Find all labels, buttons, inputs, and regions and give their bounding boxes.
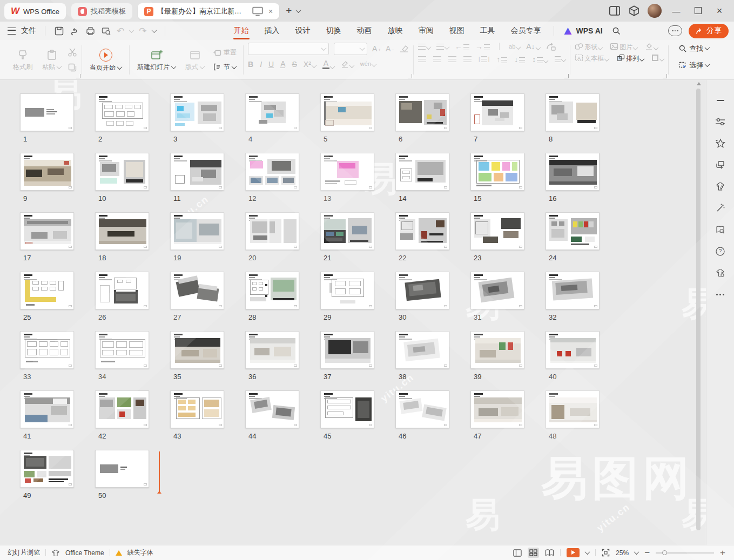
slide-thumbnail-30[interactable] xyxy=(395,272,449,309)
slide-thumbnail-25[interactable] xyxy=(20,272,74,309)
slide-thumbnail-40[interactable] xyxy=(546,331,600,369)
tab-docer-templates[interactable]: 找稻壳模板 xyxy=(71,3,132,19)
maximize-button[interactable] xyxy=(691,6,705,16)
paragraph-dialog-launcher-icon[interactable] xyxy=(564,74,569,78)
clipboard-dialog-launcher-icon[interactable] xyxy=(76,74,80,78)
arrange-button[interactable]: 排列 xyxy=(616,54,644,62)
undo-chevron-icon[interactable] xyxy=(129,28,134,33)
more-tools-icon[interactable] xyxy=(715,289,725,300)
zoom-level-value[interactable]: 25% xyxy=(616,549,629,557)
section-button[interactable]: 节 xyxy=(211,62,239,73)
slide-thumbnail-3[interactable] xyxy=(170,93,224,131)
cloud-sync-icon[interactable] xyxy=(668,25,682,36)
font-dialog-launcher-icon[interactable] xyxy=(408,74,412,78)
minimize-button[interactable]: — xyxy=(669,6,683,16)
scroll-up-arrow-icon[interactable] xyxy=(697,82,701,85)
align-center-button[interactable] xyxy=(433,56,441,62)
slide-thumbnail-35[interactable] xyxy=(170,331,224,369)
slide-thumbnail-44[interactable] xyxy=(245,390,299,428)
ribbon-tab-工具[interactable]: 工具 xyxy=(480,23,496,39)
magic-wand-icon[interactable] xyxy=(715,203,725,213)
ribbon-tab-动画[interactable]: 动画 xyxy=(356,23,373,39)
ribbon-tab-审阅[interactable]: 审阅 xyxy=(418,23,434,39)
bullets-button[interactable] xyxy=(418,44,430,50)
reading-view-button[interactable] xyxy=(545,549,554,557)
increase-indent-button[interactable]: → xyxy=(475,43,490,50)
slide-thumbnail-31[interactable] xyxy=(470,272,524,309)
zoom-in-button[interactable]: + xyxy=(720,548,725,557)
layout-button[interactable]: 版式 xyxy=(182,48,207,72)
align-right-button[interactable] xyxy=(448,56,456,62)
slide-thumbnail-17[interactable] xyxy=(20,212,74,250)
collapse-ribbon-icon[interactable] xyxy=(715,95,725,105)
slide-sorter-canvas[interactable]: 易 易 易 易 易 易 yitu.cn yitu.cn yitu.cn 易图网 … xyxy=(0,80,706,545)
tab-active-document[interactable]: P 【最新办公】南京江北新区中 × xyxy=(138,3,279,19)
share-button[interactable]: 分享 xyxy=(689,24,729,38)
highlight-color-button[interactable] xyxy=(341,60,354,68)
bold-button[interactable]: B xyxy=(248,60,253,68)
slide-thumbnail-22[interactable] xyxy=(395,212,449,250)
search-icon[interactable] xyxy=(612,26,621,36)
slide-thumbnail-19[interactable] xyxy=(170,212,224,250)
slide-thumbnail-34[interactable] xyxy=(95,331,149,369)
wps-ai-label[interactable]: WPS AI xyxy=(576,26,603,35)
slide-thumbnail-48[interactable] xyxy=(546,390,600,428)
print-icon[interactable] xyxy=(85,26,96,36)
slide-thumbnail-1[interactable] xyxy=(20,93,74,131)
cut-icon[interactable] xyxy=(68,48,77,57)
slideshow-play-button[interactable] xyxy=(567,548,580,557)
normal-view-button[interactable] xyxy=(513,549,522,557)
ribbon-tab-会员专享[interactable]: 会员专享 xyxy=(510,23,542,39)
slide-thumbnail-7[interactable] xyxy=(470,93,524,131)
ribbon-tab-放映[interactable]: 放映 xyxy=(387,23,403,39)
undo-icon[interactable]: ↶ xyxy=(117,25,124,37)
numbering-button[interactable] xyxy=(436,44,449,50)
slide-thumbnail-37[interactable] xyxy=(320,331,374,369)
fill-color-button[interactable] xyxy=(645,43,658,50)
slide-thumbnail-6[interactable] xyxy=(395,93,449,131)
clear-format-icon[interactable] xyxy=(399,44,409,53)
slide-thumbnail-39[interactable] xyxy=(470,331,524,369)
decrease-indent-button[interactable]: ← xyxy=(455,43,469,50)
theme-settings-icon[interactable] xyxy=(715,268,725,278)
frame-style-button[interactable] xyxy=(651,54,664,62)
slide-thumbnail-20[interactable] xyxy=(245,212,299,250)
vertical-align-button[interactable] xyxy=(555,56,565,62)
picture-button[interactable]: 图片 xyxy=(610,43,637,50)
design-skin-icon[interactable] xyxy=(715,181,725,192)
distribute-text-button[interactable]: || xyxy=(479,56,489,62)
slide-thumbnail-46[interactable] xyxy=(395,390,449,428)
slide-thumbnail-13[interactable] xyxy=(320,153,374,191)
slide-thumbnail-49[interactable] xyxy=(20,450,74,488)
close-tab-icon[interactable]: × xyxy=(268,7,273,16)
decrease-font-button[interactable]: A− xyxy=(386,45,394,52)
slide-thumbnail-50[interactable] xyxy=(95,450,149,488)
zoom-slider-handle[interactable] xyxy=(662,550,667,555)
slide-thumbnail-12[interactable] xyxy=(245,153,299,191)
font-size-combobox[interactable] xyxy=(334,43,367,55)
missing-fonts-label[interactable]: 缺失字体 xyxy=(127,548,153,557)
redo-icon[interactable]: ↷ xyxy=(139,25,146,37)
ribbon-tab-设计[interactable]: 设计 xyxy=(295,23,311,39)
ai-effects-star-icon[interactable] xyxy=(715,138,725,149)
scrollbar-thumb[interactable] xyxy=(696,89,701,530)
slide-thumbnail-11[interactable] xyxy=(170,153,224,191)
properties-sliders-icon[interactable] xyxy=(715,117,725,127)
slide-thumbnail-15[interactable] xyxy=(470,153,524,191)
slide-thumbnail-2[interactable] xyxy=(95,93,149,131)
ribbon-tab-切换[interactable]: 切换 xyxy=(326,23,342,39)
close-window-button[interactable]: × xyxy=(712,5,726,17)
font-name-combobox[interactable] xyxy=(248,43,329,55)
zoom-slider[interactable] xyxy=(656,552,714,554)
quick-toolbar-chevron-icon[interactable] xyxy=(151,28,157,33)
strikethrough-button[interactable]: S xyxy=(292,60,297,68)
drawing-dialog-launcher-icon[interactable] xyxy=(663,74,667,78)
decrease-para-spacing-button[interactable]: ↓ xyxy=(514,56,525,63)
fit-to-window-icon[interactable] xyxy=(602,549,610,557)
slide-thumbnail-36[interactable] xyxy=(245,331,299,369)
slide-thumbnail-26[interactable] xyxy=(95,272,149,309)
new-tab-button[interactable]: + xyxy=(286,5,292,17)
main-menu-icon[interactable] xyxy=(8,28,16,35)
slide-thumbnail-47[interactable] xyxy=(470,390,524,428)
phonetic-guide-button[interactable]: wén xyxy=(360,61,376,67)
